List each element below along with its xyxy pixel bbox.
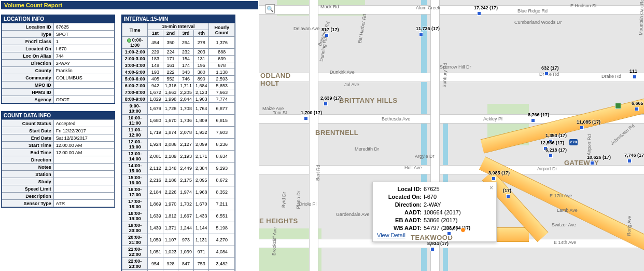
- count-marker[interactable]: [492, 177, 496, 181]
- interval-box: INTERVAL:15-MIN Time15-min IntervalHourl…: [121, 15, 235, 271]
- info-row: Count StatusAccepted: [2, 120, 115, 127]
- count-marker-label: 11,085 (17): [577, 119, 600, 125]
- count-marker[interactable]: [325, 33, 329, 37]
- street-label: E Hudson St: [570, 3, 597, 8]
- street-label: Oriole Pl: [299, 201, 317, 207]
- interval-row: 19:00-20:001,4391,3711,2441,1445,198: [122, 222, 235, 234]
- interval-row: 9:00-10:001,6791,7261,7081,7646,877: [122, 103, 235, 115]
- info-row: Speed Limit: [2, 185, 115, 193]
- interval-row: 1:00-2:00229224232203888: [122, 49, 235, 56]
- popup-row: EB AADT:53866 (2017): [377, 216, 492, 224]
- interval-row: 20:00-21:001,0591,1079731,1314,270: [122, 234, 235, 246]
- count-marker-label: 6,218 (17): [545, 147, 567, 153]
- count-marker-label: 1,700 (17): [301, 110, 322, 115]
- location-info-box: LOCATION INFO Location ID67625TypeSPOTFn…: [1, 15, 115, 104]
- interval-row: 14:00-15:002,1122,3482,4492,3849,293: [122, 162, 235, 174]
- street-label: Bal Harbor Rd: [357, 13, 368, 44]
- info-row: HPMS ID: [2, 89, 115, 96]
- street-label: Switzer Ave: [552, 222, 576, 227]
- interval-row: 3:00-4:00148161174195678: [122, 62, 235, 69]
- count-marker[interactable]: [590, 161, 594, 165]
- interval-row: 22:00-23:009549288477533,482: [122, 258, 235, 270]
- count-marker-label: 8,766 (17): [528, 112, 549, 117]
- count-marker-label: 7,746 (17): [624, 153, 644, 158]
- street-label: Rorig Ave: [626, 215, 632, 236]
- count-marker[interactable]: [627, 159, 632, 163]
- interval-header: INTERVAL:15-MIN: [122, 15, 235, 23]
- count-marker[interactable]: [580, 126, 584, 130]
- zoom-in-button[interactable]: 🔍: [265, 4, 275, 13]
- count-marker[interactable]: [430, 247, 435, 251]
- report-panel: Volume Count Report LOCATION INFO Locati…: [0, 0, 259, 271]
- interval-row: 17:00-18:001,8691,9701,7021,6707,211: [122, 198, 235, 210]
- interval-row: 11:00-12:001,7191,8742,0781,9327,603: [122, 127, 235, 139]
- interchange-icon: [615, 103, 621, 109]
- count-marker-label: 817 (17): [321, 27, 339, 32]
- street-label: Blue Ridge Rd: [517, 8, 548, 13]
- interval-row: 8:00-9:001,8291,9982,0441,9037,774: [122, 96, 235, 103]
- count-marker-label: 3,985 (17): [488, 170, 510, 175]
- street-label: Mock Rd: [320, 4, 339, 9]
- info-row: Located OnI-670: [2, 45, 115, 52]
- popup-row: Local ID:67625: [377, 185, 492, 193]
- street-label: Drake Rd: [601, 74, 621, 79]
- count-marker-label: 17,242 (17): [474, 5, 498, 10]
- count-marker-label: 11,736 (17): [416, 26, 440, 31]
- selected-marker[interactable]: [460, 227, 466, 233]
- count-marker[interactable]: [304, 116, 308, 120]
- count-marker-label: 10,626 (17): [587, 155, 611, 160]
- info-row: Start DateFri 12/22/2017: [2, 127, 115, 134]
- interval-row: 15:00-16:002,2162,1862,1752,0958,672: [122, 174, 235, 186]
- popup-row: Direction:2-WAY: [377, 201, 492, 209]
- street-label: Mountain Oak Rd: [638, 0, 644, 35]
- map[interactable]: 🔍 270 × Local ID:67625Located On:I-670Di…: [259, 0, 644, 271]
- street-label: Johnstown Rd: [609, 123, 635, 146]
- count-marker[interactable]: [544, 72, 549, 76]
- street-label: Brookcliff Ave: [271, 227, 277, 256]
- interval-row: 5:00-6:004055527468902,593: [122, 76, 235, 83]
- interval-row: 7:00-8:001,6721,6632,2052,1237,663: [122, 89, 235, 96]
- info-row: AgencyODOT: [2, 96, 115, 103]
- info-row: CommunityCOLUMBUS: [2, 74, 115, 82]
- count-marker[interactable]: [549, 154, 553, 158]
- count-marker-label: (17): [503, 188, 511, 193]
- count-marker[interactable]: [447, 232, 451, 236]
- street-label: Bert Rd: [315, 165, 321, 181]
- count-marker[interactable]: [635, 107, 639, 111]
- count-marker[interactable]: [531, 118, 535, 123]
- interval-row: 18:00-19:001,6391,8121,6671,4336,551: [122, 210, 235, 222]
- interval-row: 21:00-22:001,0511,0231,0399714,084: [122, 246, 235, 258]
- count-marker[interactable]: [419, 32, 423, 36]
- info-row: Station: [2, 171, 115, 178]
- street-label: Delavan Ave: [293, 26, 319, 31]
- street-label: Sunbury Rd: [442, 63, 448, 88]
- route-shield: 270: [569, 139, 578, 145]
- report-title: Volume Count Report: [1, 1, 258, 9]
- map-popup: × Local ID:67625Located On:I-670Directio…: [372, 182, 497, 242]
- popup-row: Located On:I-670: [377, 193, 492, 201]
- count-marker-label: 2,639 (17): [320, 96, 342, 101]
- interval-row: 2:00-3:00183171154131639: [122, 56, 235, 62]
- count-marker[interactable]: [477, 11, 481, 16]
- view-detail-link[interactable]: View Detail: [377, 232, 405, 238]
- street-label: Bethesda Ave: [382, 116, 410, 121]
- count-marker-label: 1,353 (17): [545, 133, 567, 138]
- street-label: Airport Dr: [537, 166, 557, 171]
- neighborhood-label: ODLAND HOLT: [260, 72, 291, 87]
- interval-row: 16:00-17:002,1842,2261,9741,9688,352: [122, 186, 235, 198]
- street-label: Lamb Ave: [557, 208, 578, 213]
- info-row: End Time12.00.00 AM: [2, 149, 115, 156]
- neighborhood-label: BRENTNELL: [315, 129, 358, 137]
- info-row: CountyFranklin: [2, 67, 115, 74]
- info-row: Description: [2, 193, 115, 200]
- info-row: TypeSPOT: [2, 31, 115, 38]
- count-marker-label: 12,566 (17): [540, 140, 564, 145]
- play-icon[interactable]: [127, 38, 131, 43]
- street-label: Cumberland Woods Dr: [514, 20, 562, 25]
- count-marker[interactable]: [633, 75, 637, 79]
- street-label: Drake Rd: [539, 72, 559, 77]
- interval-row: 13:00-14:002,0812,1892,1932,1718,634: [122, 151, 235, 162]
- count-marker[interactable]: [506, 194, 510, 198]
- count-marker[interactable]: [324, 102, 328, 106]
- close-icon[interactable]: ×: [489, 184, 493, 192]
